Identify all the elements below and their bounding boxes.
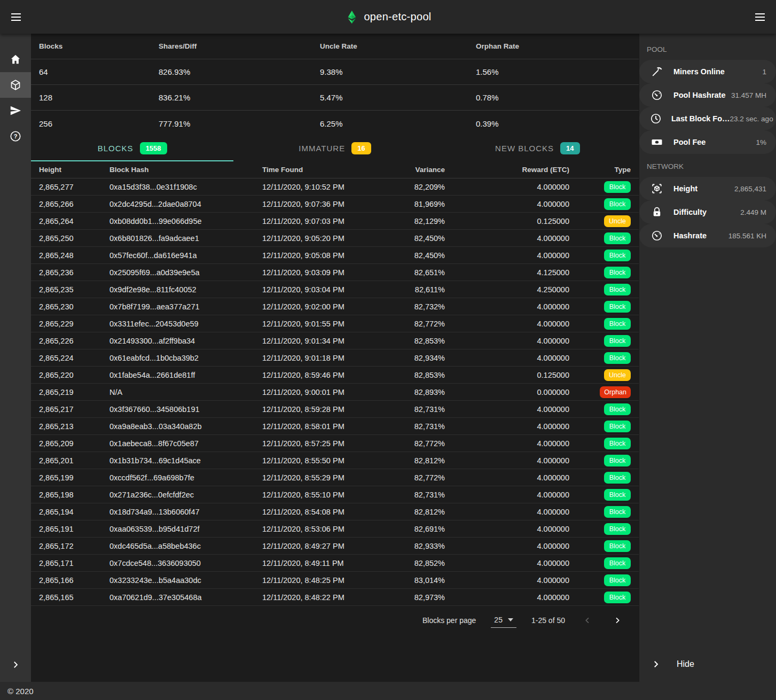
block-cell-hash: 0xdc465d5a...a58beb436c [109, 542, 262, 550]
blocks-table: Height Block Hash Time Found Variance Re… [31, 161, 639, 606]
block-row[interactable]: 2,865,1650xa70621d9...37e305468a12/11/20… [31, 589, 639, 606]
block-row[interactable]: 2,865,2130xa9a8eab3...03a340a82b12/11/20… [31, 418, 639, 435]
block-cell-reward: 4.000000 [445, 456, 569, 465]
block-cell-hash: 0xa70621d9...37e305468a [109, 593, 262, 602]
block-cell-hash: 0x2dc4295d...2dae0a8704 [109, 200, 262, 208]
block-row[interactable]: 2,865,1980x271a236c...0efcfdf2ec12/11/20… [31, 486, 639, 503]
block-row[interactable]: 2,865,2660x2dc4295d...2dae0a870412/11/20… [31, 196, 639, 213]
network-section-label: NETWORK [639, 154, 776, 177]
lock-icon [650, 206, 664, 218]
block-cell-hash: 0x18d734a9...13b6060f47 [109, 508, 262, 516]
block-row[interactable]: 2,865,2200x1fabe54a...2661de81ff12/11/20… [31, 367, 639, 384]
block-cell-reward: 4.000000 [445, 183, 569, 191]
col-header-reward: Reward (ETC) [445, 166, 569, 174]
sidebar-expand-button[interactable] [0, 648, 31, 682]
block-cell-type: Block [569, 574, 631, 586]
main-content: Blocks Shares/Diff Uncle Rate Orphan Rat… [31, 34, 639, 682]
block-cell-type: Block [569, 318, 631, 330]
block-cell-var: 82,450% [397, 251, 445, 260]
block-cell-height: 2,865,236 [39, 268, 109, 277]
block-cell-hash: 0xa9a8eab3...03a340a82b [109, 422, 262, 431]
next-page-button[interactable] [610, 613, 625, 628]
block-cell-height: 2,865,191 [39, 525, 109, 533]
block-row[interactable]: 2,865,2240x61eabfcd...1b0cba39b212/11/20… [31, 349, 639, 367]
tab-new-blocks[interactable]: NEW BLOCKS 14 [436, 136, 639, 161]
sidebar-item-help[interactable]: ? [0, 123, 31, 149]
block-cell-time: 12/11/2020, 8:49:11 PM [262, 559, 397, 567]
stats-cell: 826.93% [159, 67, 320, 76]
block-row[interactable]: 2,865,2770xa15d3f38...0e31f1908c12/11/20… [31, 178, 639, 196]
block-row[interactable]: 2,865,1720xdc465d5a...a58beb436c12/11/20… [31, 538, 639, 555]
block-row[interactable]: 2,865,2290x3311efec...20453d0e5912/11/20… [31, 315, 639, 332]
block-cell-var: 82,852% [397, 559, 445, 567]
block-row[interactable]: 2,865,1660x3233243e...b5a4aa30dc12/11/20… [31, 572, 639, 589]
stat-value: 23.2 sec. ago [730, 115, 773, 123]
block-cell-height: 2,865,229 [39, 320, 109, 328]
block-row[interactable]: 2,865,2010x1b31b734...69c1d45ace12/11/20… [31, 452, 639, 469]
svg-text:?: ? [14, 133, 18, 139]
block-row[interactable]: 2,865,1990xccdf562f...69a698b7fe12/11/20… [31, 469, 639, 486]
block-row[interactable]: 2,865,2480x57fec60f...da616e941a12/11/20… [31, 247, 639, 264]
options-hamburger-icon[interactable] [747, 4, 773, 30]
block-cell-height: 2,865,230 [39, 302, 109, 311]
sidebar-item-home[interactable] [0, 46, 31, 72]
menu-hamburger-icon[interactable] [3, 4, 29, 30]
block-cell-height: 2,865,235 [39, 285, 109, 294]
prev-page-button[interactable] [580, 613, 595, 628]
block-row[interactable]: 2,865,2300x7b8f7199...aea377a27112/11/20… [31, 298, 639, 315]
block-row[interactable]: 2,865,2640xb08dd0b1...99e066d95e12/11/20… [31, 213, 639, 230]
block-cell-type: Uncle [569, 215, 631, 227]
block-cell-height: 2,865,201 [39, 456, 109, 465]
type-badge: Block [604, 284, 631, 295]
etc-logo-icon [344, 9, 358, 25]
block-cell-var: 81,969% [397, 200, 445, 208]
block-cell-height: 2,865,224 [39, 354, 109, 362]
block-cell-type: Block [569, 301, 631, 313]
home-icon [10, 53, 21, 65]
block-cell-time: 12/11/2020, 9:01:18 PM [262, 354, 397, 362]
tab-blocks-label: BLOCKS [98, 144, 134, 153]
block-cell-var: 82,812% [397, 456, 445, 465]
per-page-select[interactable]: 25 [491, 613, 516, 628]
block-row[interactable]: 2,865,1910xaa063539...b95d41d72f12/11/20… [31, 520, 639, 538]
block-cell-time: 12/11/2020, 9:07:36 PM [262, 200, 397, 208]
block-row[interactable]: 2,865,1710x7cdce548...363609305012/11/20… [31, 555, 639, 572]
block-cell-var: 82,812% [397, 508, 445, 516]
stat-label: Pool Fee [673, 138, 706, 146]
block-row[interactable]: 2,865,219N/A12/11/2020, 9:00:01 PM82,893… [31, 384, 639, 401]
block-row[interactable]: 2,865,1940x18d734a9...13b6060f4712/11/20… [31, 503, 639, 520]
block-cell-var: 82,731% [397, 491, 445, 499]
type-badge: Block [604, 540, 631, 552]
blocks-tabs: BLOCKS 1558 IMMATURE 16 NEW BLOCKS 14 [31, 136, 639, 161]
stat-label: Difficulty [673, 208, 707, 216]
block-row[interactable]: 2,865,2500x6b801826...fa9adcaee112/11/20… [31, 230, 639, 247]
type-badge: Block [604, 403, 631, 415]
block-cell-reward: 4.000000 [445, 542, 569, 550]
block-cell-var: 82,772% [397, 473, 445, 482]
hide-sidebar-button[interactable]: Hide [639, 647, 776, 682]
block-cell-reward: 4.000000 [445, 473, 569, 482]
stat-value: 2,865,431 [734, 185, 766, 193]
chevron-right-icon [11, 660, 20, 670]
block-row[interactable]: 2,865,2170x3f367660...345806b19112/11/20… [31, 401, 639, 418]
block-row[interactable]: 2,865,2090x1aebeca8...8f67c05e8712/11/20… [31, 435, 639, 452]
tab-immature[interactable]: IMMATURE 16 [233, 136, 436, 161]
block-cell-time: 12/11/2020, 9:05:20 PM [262, 234, 397, 243]
block-row[interactable]: 2,865,2360x25095f69...a0d39e9e5a12/11/20… [31, 264, 639, 281]
block-cell-height: 2,865,171 [39, 559, 109, 567]
sidebar-item-blocks[interactable] [0, 72, 31, 98]
block-row[interactable]: 2,865,2260x21493300...af2ff9ba3412/11/20… [31, 332, 639, 349]
block-cell-time: 12/11/2020, 8:55:10 PM [262, 491, 397, 499]
tab-blocks[interactable]: BLOCKS 1558 [31, 136, 233, 161]
network-hashrate: Hashrate 185.561 KH [639, 224, 776, 247]
block-cell-reward: 4.000000 [445, 251, 569, 260]
cube-icon [10, 79, 21, 91]
tab-new-blocks-count-badge: 14 [560, 142, 579, 154]
block-cell-height: 2,865,194 [39, 508, 109, 516]
type-badge: Block [604, 198, 631, 210]
sidebar-item-payments[interactable] [0, 98, 31, 123]
block-row[interactable]: 2,865,2350x9df2e98e...811fc4005212/11/20… [31, 281, 639, 298]
block-cell-reward: 4.000000 [445, 491, 569, 499]
stats-row: 128836.21%5.47%0.78% [31, 85, 639, 111]
type-badge: Block [604, 574, 631, 586]
